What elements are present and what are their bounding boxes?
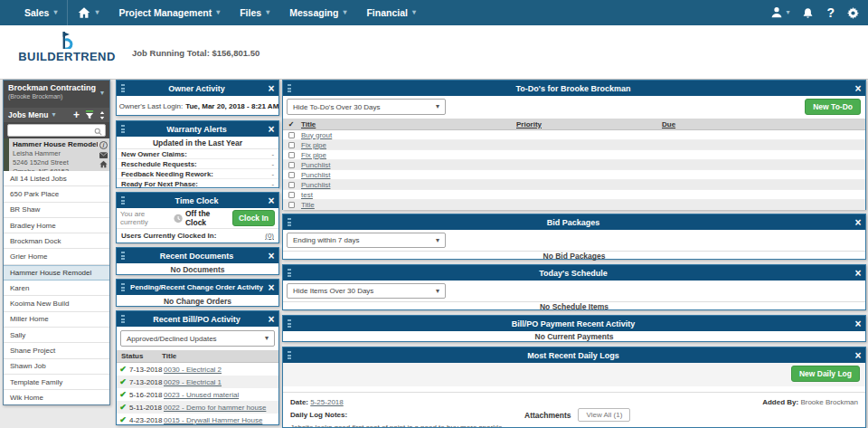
todo-title-link[interactable]: Fix pipe xyxy=(301,151,326,159)
close-icon[interactable]: × xyxy=(264,314,278,325)
close-icon[interactable]: × xyxy=(851,350,865,361)
notifications-button[interactable] xyxy=(802,7,814,19)
new-daily-log-button[interactable]: New Daily Log xyxy=(791,366,860,382)
nav-home[interactable]: ▾ xyxy=(68,0,108,25)
todos-filter-select[interactable]: Hide To-Do's Over 30 Days ▾ xyxy=(287,99,446,115)
selected-job-address1: 5246 152nd Street xyxy=(13,158,97,167)
close-icon[interactable]: × xyxy=(851,83,865,94)
job-info-icon[interactable]: i xyxy=(99,141,108,149)
filter-icon[interactable] xyxy=(85,110,94,119)
drag-handle-icon[interactable] xyxy=(117,84,129,92)
close-icon[interactable]: × xyxy=(264,251,278,262)
column-header-title[interactable]: Title xyxy=(299,120,514,128)
new-todo-button[interactable]: New To-Do xyxy=(805,99,861,115)
todo-checkbox[interactable] xyxy=(288,162,295,168)
drag-handle-icon[interactable] xyxy=(117,196,129,204)
bill-row: ✔ 5-11-2018 0022 - Demo for hammer house xyxy=(117,401,278,414)
todo-title-link[interactable]: Punchlist xyxy=(301,161,330,169)
job-list-item[interactable]: 650 Park Place xyxy=(4,186,109,202)
bid-packages-filter-select[interactable]: Ending within 7 days ▾ xyxy=(287,233,446,248)
job-list-item[interactable]: Shawn Job xyxy=(4,359,109,375)
job-list-item[interactable]: Shane Project xyxy=(4,343,109,358)
todo-title-link[interactable]: test xyxy=(301,191,313,199)
bill-title-link[interactable]: 0029 - Electrical 1 xyxy=(164,378,278,386)
job-list-item[interactable]: Kooima New Build xyxy=(4,296,109,311)
bell-icon xyxy=(802,7,814,19)
drag-handle-icon[interactable] xyxy=(283,84,296,92)
schedule-filter-select[interactable]: Hide Items Over 30 Days ▾ xyxy=(287,283,446,299)
job-list-item[interactable]: Karen xyxy=(4,281,109,296)
bill-title-link[interactable]: 0030 - Electrical 2 xyxy=(164,366,278,374)
drag-handle-icon[interactable] xyxy=(283,319,296,328)
bill-title-link[interactable]: 0022 - Demo for hammer house xyxy=(164,404,278,412)
column-header-due[interactable]: Due xyxy=(660,120,865,128)
job-list-item[interactable]: Miller Home xyxy=(4,312,109,328)
sort-icon[interactable] xyxy=(99,111,105,119)
bill-title-link[interactable]: 0023 - Unused material xyxy=(164,391,278,399)
bill-title-link[interactable]: 0015 - Drywall Hammer House xyxy=(164,416,278,424)
job-list-item[interactable]: Grier Home xyxy=(4,249,109,264)
all-jobs-item[interactable]: All 14 Listed Jobs xyxy=(4,171,109,186)
todo-title-link[interactable]: Fix pipe xyxy=(301,141,326,149)
drag-handle-icon[interactable] xyxy=(283,351,296,359)
buildertrend-logo[interactable]: BUILDERTREND xyxy=(27,32,107,63)
approved-check-icon: ✔ xyxy=(117,415,129,424)
drag-handle-icon[interactable] xyxy=(117,315,129,323)
top-navbar: Sales ▾ ▾ Project Management ▾ Files ▾ M… xyxy=(0,0,868,25)
daily-log-date-link[interactable]: 5-25-2018 xyxy=(310,398,343,406)
jobs-menu-button[interactable]: Jobs Menu xyxy=(8,110,48,119)
todo-checkbox[interactable] xyxy=(288,152,295,158)
bill-date: 5-11-2018 xyxy=(129,404,164,412)
envelope-icon[interactable] xyxy=(99,152,108,158)
job-list-item[interactable]: Hammer House Remodel xyxy=(4,265,109,281)
todo-checkbox[interactable] xyxy=(288,132,295,138)
nav-files[interactable]: Files ▾ xyxy=(230,0,279,25)
clock-in-button[interactable]: Clock In xyxy=(232,210,275,226)
todo-checkbox[interactable] xyxy=(288,202,295,208)
column-header-priority[interactable]: Priority xyxy=(514,120,660,128)
job-list-item[interactable]: Brockman Dock xyxy=(4,233,109,249)
job-list-item[interactable]: Wik Home xyxy=(4,390,109,404)
job-list-item[interactable]: Template Family xyxy=(4,375,109,390)
nav-project-management[interactable]: Project Management ▾ xyxy=(108,0,230,25)
warranty-row: Feedback Needing Rework: - xyxy=(117,169,278,179)
close-icon[interactable]: × xyxy=(264,124,278,135)
settings-button[interactable] xyxy=(847,7,859,19)
close-icon[interactable]: × xyxy=(264,83,278,94)
help-button[interactable]: ? xyxy=(826,5,835,20)
caret-down-icon: ▾ xyxy=(52,111,55,119)
drag-handle-icon[interactable] xyxy=(117,283,129,291)
todo-title-link[interactable]: Title xyxy=(301,201,315,209)
close-icon[interactable]: × xyxy=(264,282,278,293)
close-icon[interactable]: × xyxy=(851,319,865,329)
todo-title-link[interactable]: Buy grout xyxy=(301,131,332,139)
selected-job-card[interactable]: Hammer House Remodel Leisha Hammer 5246 … xyxy=(4,138,109,171)
nav-messaging[interactable]: Messaging ▾ xyxy=(279,0,356,25)
job-home-icon[interactable] xyxy=(99,160,108,168)
todo-title-link[interactable]: Punchlist xyxy=(301,171,330,179)
drag-handle-icon[interactable] xyxy=(283,269,296,277)
view-all-attachments-button[interactable]: View All (1) xyxy=(578,408,630,422)
job-search-input[interactable] xyxy=(7,124,106,137)
todo-checkbox[interactable] xyxy=(288,182,295,188)
user-account-button[interactable]: ▾ xyxy=(770,6,789,19)
todo-title-link[interactable]: Punchlist xyxy=(301,181,330,189)
clocked-in-count-link[interactable]: (0) xyxy=(265,232,274,240)
drag-handle-icon[interactable] xyxy=(283,218,296,226)
todo-checkbox[interactable] xyxy=(288,142,295,148)
close-icon[interactable]: × xyxy=(264,195,278,206)
job-list-item[interactable]: BR Shaw xyxy=(4,203,109,218)
todo-checkbox[interactable] xyxy=(288,192,295,198)
job-list-item[interactable]: Sally xyxy=(4,328,109,343)
nav-financial[interactable]: Financial ▾ xyxy=(356,0,426,25)
close-icon[interactable]: × xyxy=(851,217,865,228)
job-list-item[interactable]: Bradley Home xyxy=(4,218,109,233)
company-switcher[interactable]: Brockman Contracting (Brooke Brockman) ▾ xyxy=(4,81,109,108)
bill-po-filter-select[interactable]: Approved/Declined Updates ▾ xyxy=(120,330,275,347)
drag-handle-icon[interactable] xyxy=(117,252,129,260)
todo-checkbox[interactable] xyxy=(288,172,295,178)
add-job-button[interactable]: + xyxy=(73,109,80,120)
close-icon[interactable]: × xyxy=(851,268,865,279)
nav-sales[interactable]: Sales ▾ xyxy=(14,0,67,25)
drag-handle-icon[interactable] xyxy=(117,125,129,133)
